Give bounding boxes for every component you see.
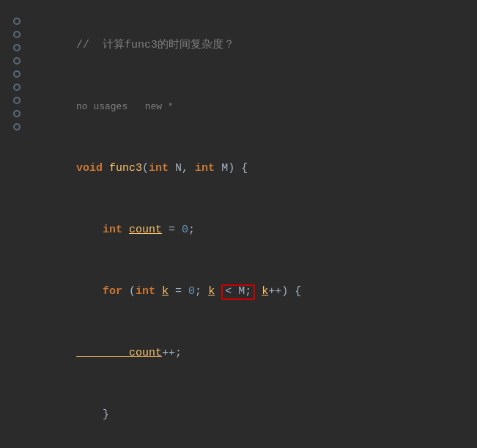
meta-text: no usages new * bbox=[76, 101, 174, 112]
comment-line: // 计算func3的时间复杂度？ bbox=[37, 15, 462, 76]
close-brace-1-line: } bbox=[37, 384, 462, 446]
param-M: M bbox=[221, 162, 228, 175]
keyword-int4: int bbox=[136, 285, 162, 298]
highlight-M: < M; bbox=[221, 284, 255, 300]
int-count-line: int count = 0; bbox=[37, 199, 462, 261]
keyword-int3: int bbox=[76, 224, 129, 236]
code-area: // 计算func3的时间复杂度？ no usages new * void f… bbox=[0, 0, 477, 448]
punc-semi1: ; bbox=[188, 224, 195, 236]
keyword-for1: for bbox=[76, 285, 129, 298]
count-pp-1-line: count++; bbox=[37, 323, 462, 384]
keyword-void: void bbox=[76, 162, 109, 175]
comment-text: // 计算func3的时间复杂度？ bbox=[76, 39, 234, 51]
close-brace-1: } bbox=[76, 408, 109, 421]
param-N: N bbox=[175, 162, 182, 175]
var-k-1: k bbox=[162, 285, 169, 298]
punc-assign1: = bbox=[162, 224, 182, 236]
var-count-2: count bbox=[76, 347, 162, 359]
func-name: func3 bbox=[109, 162, 142, 175]
var-k-3: k bbox=[262, 285, 268, 298]
num-zero-1: 0 bbox=[182, 224, 188, 236]
var-k-2: k bbox=[208, 285, 215, 298]
keyword-int1: int bbox=[149, 162, 175, 175]
for-loop-1-line: for (int k = 0; k < M; k++) { bbox=[37, 261, 462, 323]
meta-line: no usages new * bbox=[37, 76, 462, 138]
num-zero-2: 0 bbox=[188, 285, 195, 298]
keyword-int2: int bbox=[195, 162, 221, 175]
editor-container: // 计算func3的时间复杂度？ no usages new * void f… bbox=[0, 0, 477, 448]
var-count-1: count bbox=[129, 224, 162, 236]
func-declaration-line: void func3(int N, int M) { bbox=[37, 138, 462, 199]
punc-close: ) { bbox=[228, 162, 248, 175]
punc-open-paren: ( bbox=[142, 162, 149, 175]
